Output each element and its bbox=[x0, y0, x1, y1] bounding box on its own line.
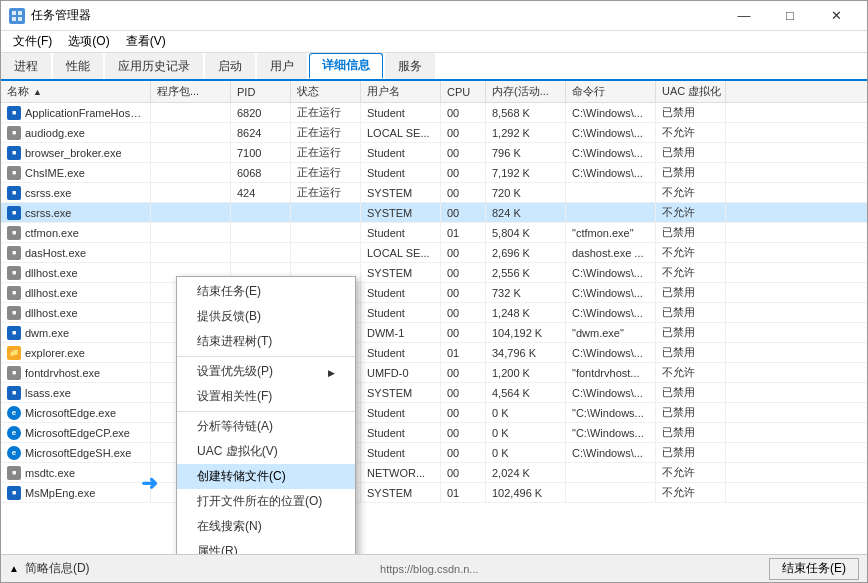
process-cpu: 00 bbox=[441, 143, 486, 163]
process-status: 正在运行 bbox=[291, 123, 361, 143]
process-user: Student bbox=[361, 303, 441, 323]
process-name: ■ dasHost.exe bbox=[1, 243, 151, 263]
process-cmd: C:\Windows\... bbox=[566, 383, 656, 403]
tab-app-history[interactable]: 应用历史记录 bbox=[105, 53, 203, 79]
col-header-prog[interactable]: 程序包... bbox=[151, 81, 231, 103]
process-user: SYSTEM bbox=[361, 263, 441, 283]
tab-users[interactable]: 用户 bbox=[257, 53, 307, 79]
process-cmd bbox=[566, 183, 656, 203]
table-row[interactable]: ■ dwm.exe DWM-1 00 104,192 K "dwm.exe" 已… bbox=[1, 323, 867, 343]
process-mem: 720 K bbox=[486, 183, 566, 203]
process-name: ■ audiodg.exe bbox=[1, 123, 151, 143]
context-menu-item[interactable]: 提供反馈(B) bbox=[177, 304, 355, 329]
process-uac: 不允许 bbox=[656, 463, 726, 483]
process-mem: 102,496 K bbox=[486, 483, 566, 503]
close-button[interactable]: ✕ bbox=[813, 1, 859, 31]
process-prog bbox=[151, 123, 231, 143]
process-uac: 已禁用 bbox=[656, 323, 726, 343]
process-status bbox=[291, 243, 361, 263]
context-menu-item[interactable]: 创建转储文件(C) bbox=[177, 464, 355, 489]
process-prog bbox=[151, 103, 231, 123]
context-menu-item[interactable]: 属性(R) bbox=[177, 539, 355, 554]
context-menu-item[interactable]: 结束进程树(T) bbox=[177, 329, 355, 354]
context-menu-item[interactable]: 在线搜索(N) bbox=[177, 514, 355, 539]
context-menu-item[interactable]: 设置优先级(P) bbox=[177, 359, 355, 384]
table-row[interactable]: ■ dasHost.exe LOCAL SE... 00 2,696 K das… bbox=[1, 243, 867, 263]
col-header-cpu[interactable]: CPU bbox=[441, 81, 486, 103]
col-header-status[interactable]: 状态 bbox=[291, 81, 361, 103]
process-prog bbox=[151, 143, 231, 163]
process-user: UMFD-0 bbox=[361, 363, 441, 383]
process-cmd: "C:\Windows... bbox=[566, 423, 656, 443]
table-row[interactable]: ■ MsMpEng.exe 2940 正在运行 SYSTEM 01 102,49… bbox=[1, 483, 867, 503]
menu-file[interactable]: 文件(F) bbox=[5, 31, 60, 52]
table-row[interactable]: ■ ctfmon.exe Student 01 5,804 K "ctfmon.… bbox=[1, 223, 867, 243]
table-row[interactable]: ■ browser_broker.exe 7100 正在运行 Student 0… bbox=[1, 143, 867, 163]
brief-info-button[interactable]: 简略信息(D) bbox=[25, 560, 90, 577]
process-mem: 7,192 K bbox=[486, 163, 566, 183]
process-name: ■ ChsIME.exe bbox=[1, 163, 151, 183]
col-header-mem[interactable]: 内存(活动... bbox=[486, 81, 566, 103]
process-name: ■ fontdrvhost.exe bbox=[1, 363, 151, 383]
table-row[interactable]: ■ csrss.exe SYSTEM 00 824 K 不允许 bbox=[1, 203, 867, 223]
process-user: Student bbox=[361, 103, 441, 123]
process-mem: 1,248 K bbox=[486, 303, 566, 323]
table-row[interactable]: ■ fontdrvhost.exe UMFD-0 00 1,200 K "fon… bbox=[1, 363, 867, 383]
table-row[interactable]: ■ csrss.exe 424 正在运行 SYSTEM 00 720 K 不允许 bbox=[1, 183, 867, 203]
process-user: Student bbox=[361, 163, 441, 183]
tab-performance[interactable]: 性能 bbox=[53, 53, 103, 79]
table-body: ■ ApplicationFrameHost.exe 6820 正在运行 Stu… bbox=[1, 103, 867, 554]
process-cmd: C:\Windows\... bbox=[566, 283, 656, 303]
process-user: Student bbox=[361, 423, 441, 443]
process-mem: 5,804 K bbox=[486, 223, 566, 243]
tabs-bar: 进程 性能 应用历史记录 启动 用户 详细信息 服务 bbox=[1, 53, 867, 81]
table-row[interactable]: e MicrosoftEdge.exe Student 00 0 K "C:\W… bbox=[1, 403, 867, 423]
table-row[interactable]: ■ dllhost.exe SYSTEM 00 2,556 K C:\Windo… bbox=[1, 263, 867, 283]
tab-startup[interactable]: 启动 bbox=[205, 53, 255, 79]
context-menu-item[interactable]: UAC 虚拟化(V) bbox=[177, 439, 355, 464]
process-status: 正在运行 bbox=[291, 163, 361, 183]
process-cmd bbox=[566, 483, 656, 503]
table-row[interactable]: ■ ChsIME.exe 6068 正在运行 Student 00 7,192 … bbox=[1, 163, 867, 183]
col-header-name[interactable]: 名称 ▲ bbox=[1, 81, 151, 103]
process-mem: 1,292 K bbox=[486, 123, 566, 143]
process-user: SYSTEM bbox=[361, 483, 441, 503]
process-user: LOCAL SE... bbox=[361, 123, 441, 143]
process-name: ■ dllhost.exe bbox=[1, 303, 151, 323]
process-cpu: 00 bbox=[441, 203, 486, 223]
table-row[interactable]: 📁 explorer.exe Student 01 34,796 K C:\Wi… bbox=[1, 343, 867, 363]
process-uac: 已禁用 bbox=[656, 283, 726, 303]
svg-rect-3 bbox=[18, 17, 22, 21]
table-row[interactable]: ■ dllhost.exe Student 00 1,248 K C:\Wind… bbox=[1, 303, 867, 323]
process-mem: 2,696 K bbox=[486, 243, 566, 263]
menu-view[interactable]: 查看(V) bbox=[118, 31, 174, 52]
maximize-button[interactable]: □ bbox=[767, 1, 813, 31]
process-user: Student bbox=[361, 223, 441, 243]
tab-services[interactable]: 服务 bbox=[385, 53, 435, 79]
process-user: SYSTEM bbox=[361, 203, 441, 223]
table-row[interactable]: ■ ApplicationFrameHost.exe 6820 正在运行 Stu… bbox=[1, 103, 867, 123]
table-row[interactable]: ■ lsass.exe SYSTEM 00 4,564 K C:\Windows… bbox=[1, 383, 867, 403]
menu-options[interactable]: 选项(O) bbox=[60, 31, 117, 52]
col-header-pid[interactable]: PID bbox=[231, 81, 291, 103]
col-header-user[interactable]: 用户名 bbox=[361, 81, 441, 103]
process-cmd: "ctfmon.exe" bbox=[566, 223, 656, 243]
context-menu-item[interactable]: 设置相关性(F) bbox=[177, 384, 355, 409]
col-header-uac[interactable]: UAC 虚拟化 bbox=[656, 81, 726, 103]
table-row[interactable]: ■ audiodg.exe 8624 正在运行 LOCAL SE... 00 1… bbox=[1, 123, 867, 143]
tab-details[interactable]: 详细信息 bbox=[309, 53, 383, 79]
context-menu-item[interactable]: 打开文件所在的位置(O) bbox=[177, 489, 355, 514]
table-row[interactable]: e MicrosoftEdgeCP.exe Student 00 0 K "C:… bbox=[1, 423, 867, 443]
table-row[interactable]: ■ msdtc.exe NETWOR... 00 2,024 K 不允许 bbox=[1, 463, 867, 483]
end-task-button[interactable]: 结束任务(E) bbox=[769, 558, 859, 580]
context-menu-item[interactable]: 分析等待链(A) bbox=[177, 414, 355, 439]
process-name: e MicrosoftEdgeCP.exe bbox=[1, 423, 151, 443]
tab-process[interactable]: 进程 bbox=[1, 53, 51, 79]
table-row[interactable]: ■ dllhost.exe Student 00 732 K C:\Window… bbox=[1, 283, 867, 303]
col-header-cmd[interactable]: 命令行 bbox=[566, 81, 656, 103]
process-pid bbox=[231, 223, 291, 243]
process-name: e MicrosoftEdgeSH.exe bbox=[1, 443, 151, 463]
context-menu-item[interactable]: 结束任务(E) bbox=[177, 279, 355, 304]
minimize-button[interactable]: — bbox=[721, 1, 767, 31]
table-row[interactable]: e MicrosoftEdgeSH.exe Student 00 0 K C:\… bbox=[1, 443, 867, 463]
